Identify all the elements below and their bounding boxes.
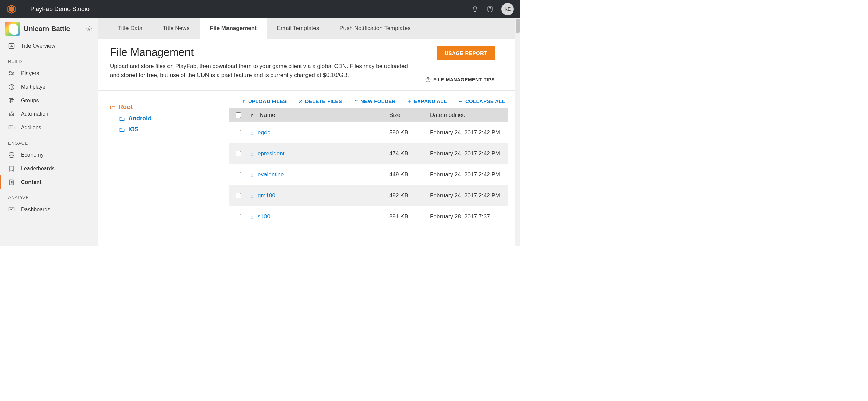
scrollbar[interactable]	[515, 18, 520, 246]
sidebar-item-dashboards[interactable]: Dashboards	[0, 203, 98, 216]
topbar: PlayFab Demo Studio KE	[0, 0, 520, 18]
svg-point-3	[490, 10, 490, 11]
tab-file-management[interactable]: File Management	[200, 18, 267, 39]
sidebar-item-addons[interactable]: Add-ons	[0, 121, 98, 134]
playfab-logo-icon[interactable]	[7, 4, 16, 14]
row-checkbox[interactable]	[236, 193, 241, 198]
main: Title Data Title News File Management Em…	[98, 18, 515, 246]
help-icon[interactable]	[487, 6, 493, 13]
globe-icon	[8, 84, 15, 90]
download-icon[interactable]	[250, 151, 254, 156]
tree-node-root[interactable]: Root	[110, 102, 229, 113]
notifications-icon[interactable]	[472, 6, 478, 13]
sidebar-item-content[interactable]: Content	[0, 175, 98, 189]
addons-icon	[8, 124, 15, 131]
col-size-header[interactable]: Size	[389, 112, 430, 119]
delete-files-button[interactable]: DELETE FILES	[298, 98, 342, 104]
expand-all-button[interactable]: EXPAND ALL	[407, 98, 447, 104]
robot-icon	[8, 111, 15, 118]
file-date: February 24, 2017 2:42 PM	[430, 192, 508, 199]
col-date-header[interactable]: Date modified	[430, 112, 508, 119]
sidebar-item-leaderboards[interactable]: Leaderboards	[0, 162, 98, 175]
file-actions: UPLOAD FILES DELETE FILES NEW FOLDER	[229, 97, 508, 108]
file-size: 590 KB	[389, 129, 430, 136]
sidebar-item-label: Players	[21, 70, 39, 77]
title-logo-icon[interactable]	[5, 22, 20, 36]
gear-icon[interactable]	[86, 26, 92, 32]
action-label: DELETE FILES	[305, 98, 342, 104]
collapse-all-button[interactable]: COLLAPSE ALL	[458, 98, 505, 104]
col-name-header[interactable]: Name	[248, 112, 389, 119]
file-date: February 28, 2017 7:37	[430, 213, 508, 220]
row-checkbox[interactable]	[236, 172, 241, 177]
svg-rect-5	[9, 44, 14, 49]
download-icon[interactable]	[250, 130, 254, 135]
file-size: 474 KB	[389, 150, 430, 157]
sidebar-item-automation[interactable]: Automation	[0, 107, 98, 121]
select-all-checkbox[interactable]	[236, 112, 241, 118]
action-label: EXPAND ALL	[414, 98, 447, 104]
sidebar-item-title-overview[interactable]: Title Overview	[0, 39, 98, 53]
tab-email-templates[interactable]: Email Templates	[267, 18, 329, 39]
file-link[interactable]: gm100	[258, 192, 275, 199]
download-icon[interactable]	[250, 193, 254, 198]
file-date: February 24, 2017 2:42 PM	[430, 150, 508, 157]
tree-label: Android	[128, 115, 152, 122]
tab-title-news[interactable]: Title News	[153, 18, 200, 39]
sidebar-item-label: Groups	[21, 98, 39, 104]
svg-point-18	[428, 81, 428, 81]
folder-icon	[354, 99, 358, 104]
new-folder-button[interactable]: NEW FOLDER	[354, 98, 396, 104]
usage-report-button[interactable]: USAGE REPORT	[437, 46, 495, 60]
document-icon	[8, 179, 15, 186]
file-size: 449 KB	[389, 171, 430, 178]
upload-files-button[interactable]: UPLOAD FILES	[241, 98, 287, 104]
sidebar-item-multiplayer[interactable]: Multiplayer	[0, 80, 98, 94]
file-size: 891 KB	[389, 213, 430, 220]
dashboard-icon	[8, 206, 15, 213]
sidebar-item-label: Dashboards	[21, 207, 50, 213]
scrollbar-thumb[interactable]	[516, 19, 520, 33]
row-checkbox[interactable]	[236, 214, 241, 219]
svg-rect-9	[9, 98, 13, 102]
delete-icon	[298, 99, 303, 104]
user-avatar[interactable]: KE	[501, 3, 514, 15]
download-icon[interactable]	[250, 172, 254, 177]
tree-node-android[interactable]: Android	[119, 113, 229, 124]
tree-label: Root	[119, 104, 133, 111]
row-checkbox[interactable]	[236, 130, 241, 135]
tips-label: FILE MANAGEMENT TIPS	[433, 77, 495, 82]
file-management-tips-link[interactable]: FILE MANAGEMENT TIPS	[425, 77, 495, 82]
file-link[interactable]: s100	[258, 213, 270, 220]
table-row: evalentine 449 KB February 24, 2017 2:42…	[229, 164, 508, 185]
sidebar-item-groups[interactable]: Groups	[0, 94, 98, 107]
minus-icon	[458, 99, 463, 104]
action-label: COLLAPSE ALL	[465, 98, 505, 104]
file-size: 492 KB	[389, 192, 430, 199]
action-label: NEW FOLDER	[360, 98, 396, 104]
studio-name[interactable]: PlayFab Demo Studio	[30, 6, 90, 13]
economy-icon	[8, 152, 15, 159]
svg-point-4	[88, 28, 90, 30]
tree-node-ios[interactable]: iOS	[119, 124, 229, 135]
tab-push-templates[interactable]: Push Notification Templates	[329, 18, 420, 39]
file-panel: UPLOAD FILES DELETE FILES NEW FOLDER	[229, 97, 515, 246]
file-link[interactable]: evalentine	[258, 171, 284, 178]
sidebar-item-label: Economy	[21, 152, 44, 158]
file-link[interactable]: egdc	[258, 129, 270, 136]
upload-icon	[241, 99, 246, 104]
download-icon[interactable]	[250, 214, 254, 219]
sidebar-item-label: Add-ons	[21, 125, 41, 131]
sidebar-item-label: Content	[21, 179, 41, 185]
sidebar-item-economy[interactable]: Economy	[0, 148, 98, 162]
sort-asc-icon	[250, 113, 254, 118]
title-name[interactable]: Unicorn Battle	[24, 25, 82, 33]
groups-icon	[8, 97, 15, 104]
sidebar-item-label: Leaderboards	[21, 166, 55, 172]
row-checkbox[interactable]	[236, 151, 241, 156]
svg-rect-14	[9, 126, 13, 129]
sidebar-item-players[interactable]: Players	[0, 67, 98, 80]
tab-title-data[interactable]: Title Data	[108, 18, 153, 39]
file-link[interactable]: epresident	[258, 150, 284, 157]
svg-point-15	[9, 153, 14, 154]
